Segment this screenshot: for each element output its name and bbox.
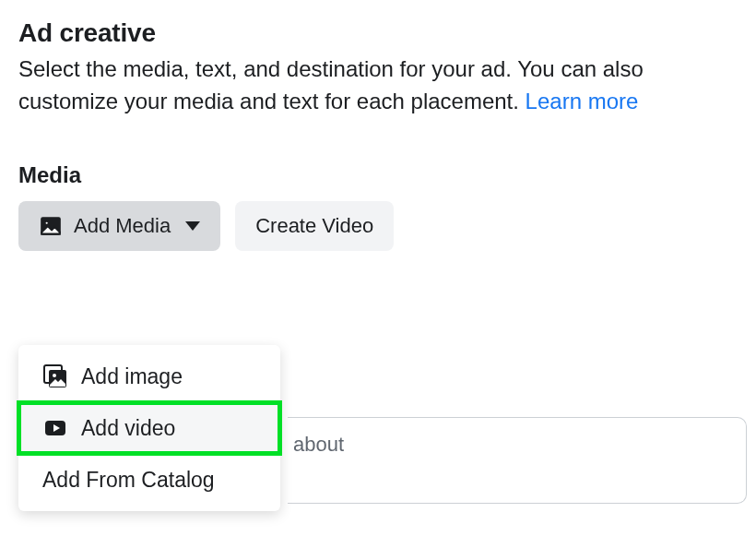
- image-stack-icon: [42, 363, 68, 389]
- media-subtitle: Media: [18, 162, 738, 188]
- dropdown-item-add-from-catalog[interactable]: Add From Catalog: [18, 454, 280, 506]
- add-media-button[interactable]: Add Media: [18, 201, 220, 251]
- dropdown-item-add-video[interactable]: Add video: [18, 402, 280, 454]
- dropdown-item-label: Add From Catalog: [42, 468, 215, 493]
- dropdown-item-label: Add video: [81, 416, 175, 441]
- add-media-label: Add Media: [74, 214, 171, 238]
- video-icon: [42, 415, 68, 441]
- text-input-placeholder-fragment: about: [293, 433, 344, 456]
- section-description: Select the media, text, and destination …: [18, 54, 738, 118]
- dropdown-item-add-image[interactable]: Add image: [18, 351, 280, 402]
- image-icon: [39, 214, 63, 238]
- media-button-row: Add Media Create Video: [18, 201, 738, 251]
- create-video-button[interactable]: Create Video: [235, 201, 394, 251]
- svg-point-4: [53, 374, 56, 377]
- create-video-label: Create Video: [255, 214, 373, 238]
- text-input-area[interactable]: about: [288, 417, 747, 504]
- dropdown-item-label: Add image: [81, 364, 183, 389]
- svg-point-1: [45, 220, 49, 224]
- chevron-down-icon: [185, 221, 200, 231]
- learn-more-link[interactable]: Learn more: [526, 89, 639, 113]
- section-title: Ad creative: [18, 18, 738, 48]
- add-media-dropdown: Add image Add video Add From Catalog: [18, 345, 280, 511]
